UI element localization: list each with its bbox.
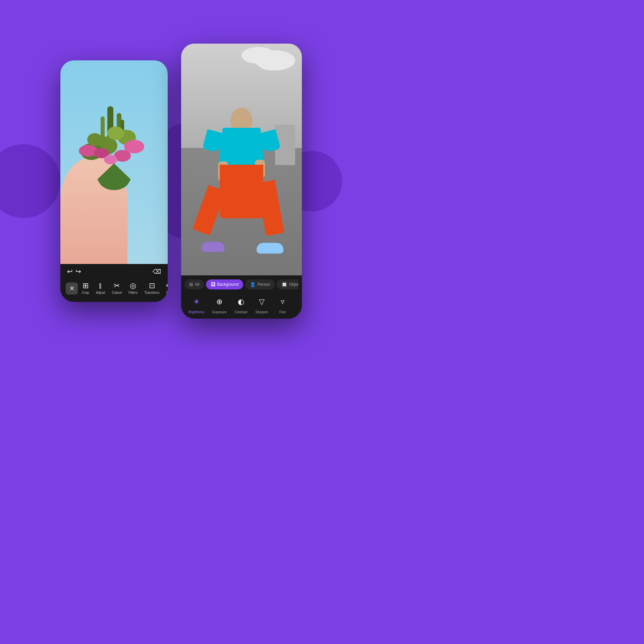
left-image-area — [60, 60, 168, 264]
tool-brightness[interactable]: ☀ Brightness — [184, 294, 208, 315]
tab-object-label: Object — [289, 282, 299, 287]
tab-background[interactable]: 🖼 Background — [206, 279, 243, 289]
brightness-icon: ☀ — [190, 296, 203, 308]
bg-decoration-left — [0, 144, 60, 218]
toolbar-top — [66, 267, 162, 275]
tool-filters[interactable]: ◎ Filters — [126, 279, 140, 297]
background-icon: 🖼 — [211, 282, 215, 287]
undo-button[interactable] — [67, 267, 73, 275]
phones-container: ✕ ⊞ Crop ⫿ Adjust ✂ Cutout ◎ Filters — [60, 44, 302, 319]
person-icon: 👤 — [250, 282, 256, 287]
tab-person[interactable]: 👤 Person — [245, 279, 275, 289]
tool-adjust[interactable]: ⫿ Adjust — [93, 279, 108, 297]
tool-crop[interactable]: ⊞ Crop — [79, 279, 92, 297]
sharpen-icon: ▽ — [256, 296, 268, 308]
tab-all[interactable]: ⊞ All — [184, 279, 204, 289]
succulent — [97, 163, 131, 190]
right-toolbar: ⊞ All 🖼 Background 👤 Person 🔲 Object — [181, 275, 302, 319]
tool-exposure[interactable]: ⊕ Exposure — [208, 294, 230, 315]
tools-row: ✕ ⊞ Crop ⫿ Adjust ✂ Cutout ◎ Filters — [66, 279, 162, 300]
all-icon: ⊞ — [189, 282, 193, 287]
tab-object[interactable]: 🔲 Object — [277, 279, 299, 289]
object-icon: 🔲 — [281, 282, 287, 287]
cactus-pad-4 — [107, 126, 124, 140]
tool-sharpen[interactable]: ▽ Sharpen — [252, 294, 272, 315]
close-button[interactable]: ✕ — [66, 282, 78, 294]
bw-photo — [181, 44, 302, 275]
tool-structure[interactable]: ⌒ Struc... — [293, 294, 299, 315]
tool-fine[interactable]: ▿ Fine — [272, 294, 293, 315]
phone-right: ⊞ All 🖼 Background 👤 Person 🔲 Object — [181, 44, 302, 319]
adjust-tools-row: ☀ Brightness ⊕ Exposure ◐ Contrast ▽ Sha… — [184, 294, 299, 315]
redo-button[interactable] — [75, 267, 81, 275]
person — [198, 94, 285, 255]
cloud-3 — [241, 47, 275, 64]
leg-right — [257, 180, 284, 236]
cactus-group — [67, 96, 161, 204]
right-image-area — [181, 44, 302, 275]
left-toolbar: ✕ ⊞ Crop ⫿ Adjust ✂ Cutout ◎ Filters — [60, 264, 168, 302]
contrast-icon: ◐ — [235, 296, 248, 308]
structure-icon: ⌒ — [297, 296, 299, 308]
tabs-row: ⊞ All 🖼 Background 👤 Person 🔲 Object — [184, 279, 299, 289]
tool-cutout[interactable]: ✂ Cutout — [109, 279, 124, 297]
tool-brush[interactable]: ✏ Br... — [163, 279, 168, 297]
undo-redo-group — [67, 267, 81, 275]
fine-icon: ▿ — [276, 296, 289, 308]
eraser-button[interactable] — [153, 268, 161, 275]
shoe-left — [201, 242, 225, 252]
tab-person-label: Person — [257, 282, 270, 287]
phone-left: ✕ ⊞ Crop ⫿ Adjust ✂ Cutout ◎ Filters — [60, 60, 168, 302]
tool-contrast[interactable]: ◐ Contrast — [231, 294, 252, 315]
flower-5 — [104, 155, 117, 164]
tool-transform[interactable]: ⊡ Transform — [142, 279, 162, 297]
pants — [220, 165, 263, 218]
shoe-right — [257, 243, 283, 254]
tab-all-label: All — [195, 282, 199, 287]
exposure-icon: ⊕ — [213, 296, 226, 308]
cactus-pad-5 — [87, 133, 102, 146]
tab-background-label: Background — [217, 282, 238, 287]
